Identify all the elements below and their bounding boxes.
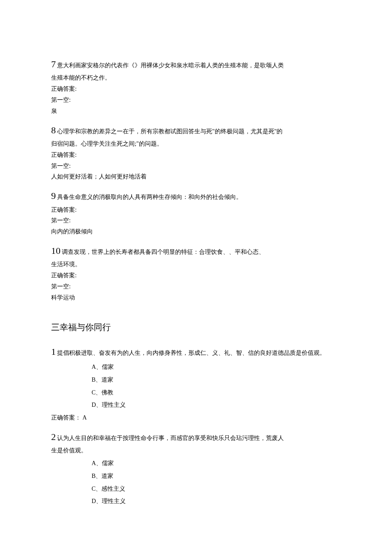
option-c: C、佛教	[92, 388, 341, 398]
section-title: 三幸福与你同行	[51, 320, 341, 334]
question-number: 8	[51, 125, 56, 135]
answer-label: 正确答案:	[51, 270, 341, 281]
section-question-2: 2认为人生目的和幸福在于按理性命令行事，而感官的享受和快乐只会玷污理性，荒废人 …	[51, 429, 341, 506]
question-text: 认为人生目的和幸福在于按理性命令行事，而感官的享受和快乐只会玷污理性，荒废人	[57, 435, 284, 441]
document-page: 7意大利画家安格尔的代表作《》用裸体少女和泉水暗示着人类的生殖本能，是歌颂人类 …	[0, 0, 392, 546]
option-b: B、道家	[92, 471, 341, 481]
question-text-cont: 生是价值观。	[51, 446, 341, 456]
question-text-cont: 生活环境。	[51, 259, 341, 270]
answer-label: 正确答案:	[51, 84, 341, 94]
question-text: 心理学和宗教的差异之一在于，所有宗教都试图回答生与死"的终极问题，尤其是死"的	[57, 128, 282, 135]
question-text: 意大利画家安格尔的代表作《》用裸体少女和泉水暗示着人类的生殖本能，是歌颂人类	[57, 62, 284, 69]
question-text: 具备生命意义的消极取向的人具有两种生存倾向：和向外的社会倾向。	[57, 194, 242, 200]
question-line: 7意大利画家安格尔的代表作《》用裸体少女和泉水暗示着人类的生殖本能，是歌颂人类	[51, 56, 341, 72]
question-line: 8心理学和宗教的差异之一在于，所有宗教都试图回答生与死"的终极问题，尤其是死"的	[51, 122, 341, 138]
answer-label: 正确答案:	[51, 205, 341, 215]
answer-text: 向内的消极倾向	[51, 227, 341, 237]
question-10: 10调查发现，世界上的长寿者都具备四个明显的特征：合理饮食、、平和心态、 生活环…	[51, 243, 341, 303]
question-number: 9	[51, 190, 56, 201]
question-line: 10调查发现，世界上的长寿者都具备四个明显的特征：合理饮食、、平和心态、	[51, 243, 341, 259]
option-d: D、理性主义	[92, 400, 341, 410]
question-number: 7	[51, 59, 56, 69]
question-7: 7意大利画家安格尔的代表作《》用裸体少女和泉水暗示着人类的生殖本能，是歌颂人类 …	[51, 56, 341, 116]
answer-text: 正确答案： A	[51, 413, 341, 423]
answer-text: 科学运动	[51, 293, 341, 303]
question-text: 调查发现，世界上的长寿者都具备四个明显的特征：合理饮食、、平和心态、	[62, 249, 265, 255]
question-number: 10	[51, 245, 61, 256]
question-number: 2	[51, 431, 56, 442]
blank-label: 第一空:	[51, 161, 341, 171]
answer-label: 正确答案:	[51, 150, 341, 160]
option-b: B、道家	[92, 375, 341, 385]
options-list: A、儒家 B、道家 C、感性主义 D、理性主义	[92, 458, 341, 506]
question-line: 2认为人生目的和幸福在于按理性命令行事，而感官的享受和快乐只会玷污理性，荒废人	[51, 429, 341, 445]
question-9: 9具备生命意义的消极取向的人具有两种生存倾向：和向外的社会倾向。 正确答案: 第…	[51, 188, 341, 237]
question-number: 1	[51, 346, 56, 357]
answer-text: 人如何更好活着；人如何更好地活着	[51, 172, 341, 182]
question-line: 9具备生命意义的消极取向的人具有两种生存倾向：和向外的社会倾向。	[51, 188, 341, 204]
section-question-1: 1提倡积极进取、奋发有为的人生，向内修身养性，形成仁、义、礼、智、信的良好道德品…	[51, 344, 341, 423]
question-8: 8心理学和宗教的差异之一在于，所有宗教都试图回答生与死"的终极问题，尤其是死"的…	[51, 122, 341, 182]
option-c: C、感性主义	[92, 484, 341, 494]
question-text: 提倡积极进取、奋发有为的人生，向内修身养性，形成仁、义、礼、智、信的良好道德品质…	[57, 350, 326, 356]
option-a: A、儒家	[92, 362, 341, 372]
question-text-cont: 生殖本能的不朽之作。	[51, 73, 341, 83]
option-a: A、儒家	[92, 458, 341, 469]
option-d: D、理性主义	[92, 496, 341, 506]
blank-label: 第一空:	[51, 95, 341, 105]
options-list: A、儒家 B、道家 C、佛教 D、理性主义	[92, 362, 341, 410]
blank-label: 第一空:	[51, 282, 341, 292]
answer-text: 泉	[51, 106, 341, 116]
question-text-cont: 归宿问题。心理学关注生死之间;"的问题。	[51, 139, 341, 149]
blank-label: 第一空:	[51, 216, 341, 226]
question-line: 1提倡积极进取、奋发有为的人生，向内修身养性，形成仁、义、礼、智、信的良好道德品…	[51, 344, 341, 359]
